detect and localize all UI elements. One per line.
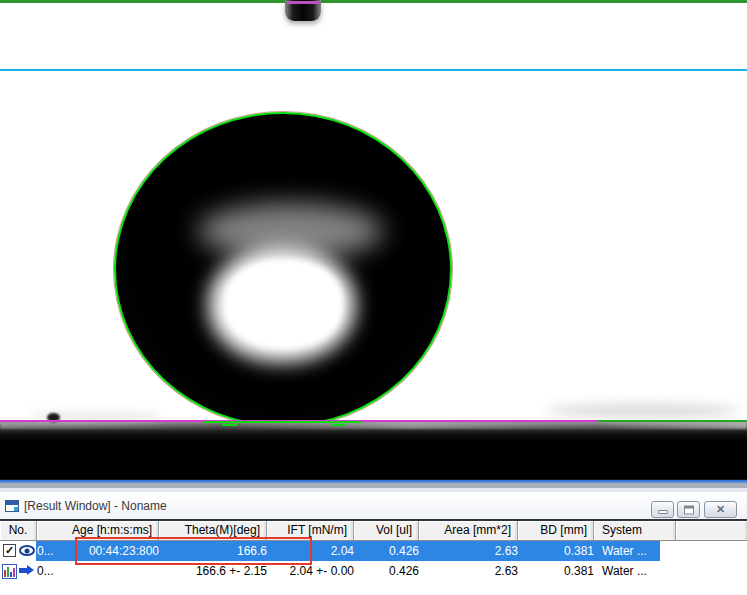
close-icon: ✕ <box>705 502 736 517</box>
cell-bd: 0.381 <box>518 561 600 581</box>
baseline-overlay-green-right <box>598 420 747 422</box>
column-header-bd[interactable]: BD [mm] <box>518 521 594 540</box>
surface-dust-right <box>545 404 740 417</box>
row-checkbox-checked[interactable]: ✓ <box>3 544 16 557</box>
column-header-no[interactable]: No. <box>0 521 37 540</box>
cell-vol: 0.426 <box>354 561 425 581</box>
column-header-vol[interactable]: Vol [ul] <box>354 521 419 540</box>
result-window-icon <box>5 500 19 512</box>
cell-area: 2.63 <box>419 561 524 581</box>
cell-system: Water ... <box>594 561 684 581</box>
substrate-texture <box>0 422 747 429</box>
maximize-button[interactable] <box>677 501 700 518</box>
maximize-icon <box>684 505 694 514</box>
minimize-button[interactable] <box>651 501 674 518</box>
result-window-titlebar[interactable]: [Result Window] - Noname <box>0 492 747 519</box>
cell-vol: 0.426 <box>354 541 425 561</box>
droplet-light-reflection-core <box>226 260 342 348</box>
needle-cap-overlay <box>287 1 319 4</box>
result-window-title: [Result Window] - Noname <box>24 498 167 514</box>
cell-area: 2.63 <box>419 541 524 561</box>
minimize-icon <box>658 510 668 514</box>
app-screen: [Result Window] - Noname ✕ No. Age [h:m:… <box>0 0 747 595</box>
substrate-surface <box>0 422 747 479</box>
close-button[interactable]: ✕ <box>704 501 737 518</box>
camera-top-edge-line <box>0 0 747 3</box>
drop-camera-view <box>0 0 747 479</box>
column-header-area[interactable]: Area [mm*2] <box>419 521 518 540</box>
horizontal-guide-line <box>0 69 747 71</box>
contact-point-marker-right <box>331 424 346 426</box>
baseline-overlay-green <box>203 421 361 423</box>
column-header-system[interactable]: System <box>594 521 676 540</box>
bar-chart-icon <box>2 564 17 579</box>
contact-point-marker-left <box>222 424 237 426</box>
cell-bd: 0.381 <box>518 541 600 561</box>
annotation-highlight-rectangle <box>75 537 312 565</box>
column-header-filler <box>676 521 747 540</box>
cell-system: Water ... <box>594 541 684 561</box>
arrow-right-icon <box>19 568 27 573</box>
eye-icon <box>19 545 35 556</box>
